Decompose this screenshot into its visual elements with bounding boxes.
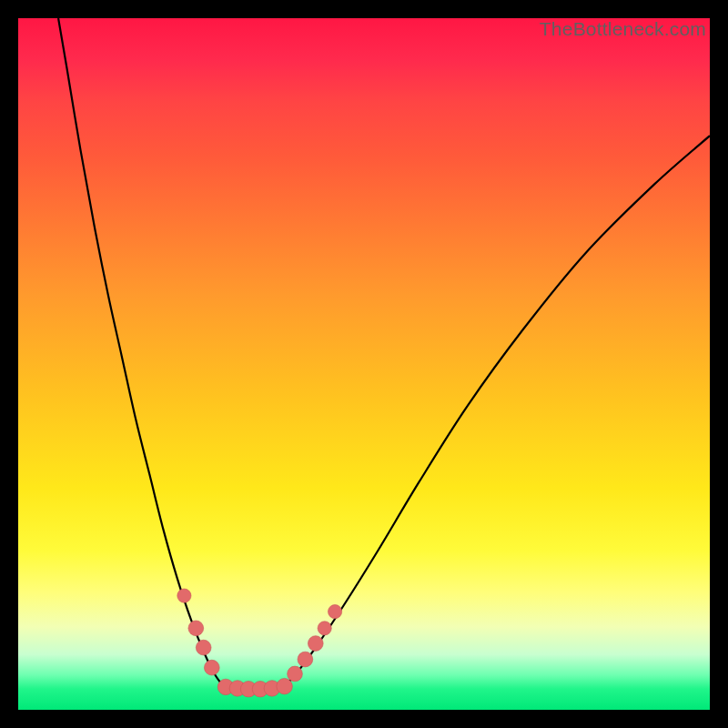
data-marker [318,622,331,635]
bottleneck-curve-plot [18,18,710,710]
data-marker [328,604,341,618]
marker-group [177,589,342,697]
data-marker [308,636,323,652]
data-marker [204,660,219,675]
curve-right-branch [281,136,710,689]
data-marker [288,666,303,682]
data-marker [177,589,191,602]
data-marker [196,640,211,655]
chart-frame: TheBottleneck.com [18,18,710,710]
data-marker [277,678,292,693]
data-marker [298,652,313,667]
data-marker [188,621,204,636]
curve-left-branch [58,18,226,689]
